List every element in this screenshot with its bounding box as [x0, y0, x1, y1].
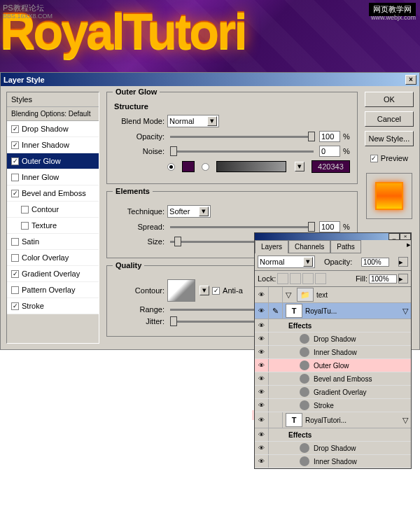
lock-paint-icon[interactable] — [290, 273, 301, 284]
noise-input[interactable] — [319, 146, 340, 157]
fx-icon — [300, 400, 309, 410]
lock-all-icon[interactable] — [315, 273, 326, 284]
visibility-icon[interactable] — [255, 412, 269, 428]
style-item[interactable]: Inner Glow — [7, 169, 99, 186]
color-radio[interactable] — [167, 163, 175, 171]
checkbox[interactable] — [11, 141, 19, 149]
titlebar[interactable]: Layer Style × — [1, 73, 419, 86]
watermark-tl2: BBS.16XX8.COM — [3, 13, 52, 20]
effect-row[interactable]: Inner Shadow — [255, 455, 411, 468]
style-item[interactable]: Inner Shadow — [7, 137, 99, 153]
visibility-icon[interactable] — [255, 319, 269, 332]
layer-opacity-input[interactable] — [361, 258, 389, 267]
chevron-down-icon[interactable]: ▾ — [200, 286, 209, 295]
new-style-button[interactable]: New Style... — [365, 131, 414, 146]
styles-header[interactable]: Styles — [7, 92, 99, 107]
style-item[interactable]: Outer Glow — [7, 153, 99, 169]
visibility-icon[interactable] — [255, 386, 269, 398]
text-layer-icon: T — [286, 413, 302, 427]
color-swatch[interactable] — [182, 161, 195, 172]
spread-slider[interactable] — [170, 226, 314, 228]
effects-header[interactable]: Effects — [255, 428, 411, 442]
blend-mode-dropdown[interactable]: Normal ▾ — [167, 115, 219, 127]
close-icon[interactable]: × — [405, 75, 416, 85]
noise-slider[interactable] — [170, 150, 314, 153]
effect-row[interactable]: Gradient Overlay — [255, 386, 411, 399]
checkbox[interactable] — [11, 254, 19, 262]
tab-paths[interactable]: Paths — [330, 240, 361, 253]
visibility-icon[interactable] — [255, 399, 269, 412]
style-item[interactable]: Bevel and Emboss — [7, 186, 99, 202]
effect-row[interactable]: Drop Shadow — [255, 442, 411, 455]
minimize-icon[interactable]: _ — [388, 233, 400, 240]
effect-row[interactable]: Stroke — [255, 399, 411, 412]
opacity-input[interactable] — [319, 131, 340, 142]
lock-transparent-icon[interactable] — [277, 273, 288, 284]
blending-options[interactable]: Blending Options: Default — [7, 107, 99, 121]
fx-icon — [300, 334, 309, 344]
panel-titlebar[interactable]: _ × — [255, 233, 411, 240]
fill-input[interactable] — [369, 274, 397, 284]
gradient-radio[interactable] — [202, 163, 209, 171]
effect-row[interactable]: Inner Shadow — [255, 346, 411, 359]
effect-row[interactable]: Drop Shadow — [255, 332, 411, 346]
text-layer-icon: T — [286, 304, 302, 318]
cancel-button[interactable]: Cancel — [365, 111, 414, 127]
layer-group-row[interactable]: ▽ 📁 text — [255, 287, 411, 303]
ok-button[interactable]: OK — [365, 92, 414, 107]
layer-row[interactable]: T RoyalTutori... ▽ — [255, 412, 411, 428]
style-item[interactable]: Color Overlay — [7, 250, 99, 266]
tab-layers[interactable]: Layers — [255, 240, 288, 253]
chevron-icon[interactable]: ▸ — [398, 257, 408, 267]
visibility-icon[interactable] — [255, 428, 269, 441]
style-label: Satin — [22, 237, 39, 246]
visibility-icon[interactable] — [255, 332, 269, 345]
antialiased-check[interactable] — [212, 287, 220, 295]
visibility-icon[interactable] — [255, 455, 269, 468]
chevron-down-icon[interactable]: ▾ — [295, 162, 304, 172]
checkbox[interactable] — [11, 190, 19, 197]
link-col[interactable]: ✎ — [269, 303, 283, 318]
checkbox[interactable] — [11, 238, 19, 246]
style-item[interactable]: Stroke — [7, 298, 99, 314]
style-item[interactable]: Pattern Overlay — [7, 282, 99, 298]
technique-dropdown[interactable]: Softer ▾ — [167, 205, 211, 218]
layer-blend-dropdown[interactable]: Normal▾ — [258, 255, 315, 268]
style-item[interactable]: Contour — [7, 202, 99, 218]
gradient-bar[interactable] — [216, 161, 286, 172]
structure-title: Structure — [114, 102, 350, 111]
link-col[interactable] — [269, 287, 283, 302]
effect-row[interactable]: Outer Glow — [255, 359, 411, 372]
checkbox[interactable] — [11, 286, 19, 294]
link-col[interactable] — [269, 412, 283, 428]
spread-input[interactable] — [319, 221, 340, 232]
close-icon[interactable]: × — [400, 233, 411, 240]
effect-row[interactable]: Bevel and Emboss — [255, 372, 411, 386]
checkbox[interactable] — [11, 125, 19, 133]
panel-menu-icon[interactable]: ▸ — [407, 240, 411, 253]
style-item[interactable]: Texture — [7, 218, 99, 234]
visibility-icon[interactable] — [255, 303, 269, 318]
lock-move-icon[interactable] — [302, 273, 314, 284]
checkbox[interactable] — [21, 222, 29, 230]
chevron-icon[interactable]: ▸ — [398, 274, 408, 284]
layer-row[interactable]: ✎ T RoyalTu... ▽ — [255, 303, 411, 319]
checkbox[interactable] — [11, 174, 19, 181]
visibility-icon[interactable] — [255, 359, 269, 372]
visibility-icon[interactable] — [255, 346, 269, 358]
opacity-slider[interactable] — [170, 136, 314, 138]
style-item[interactable]: Drop Shadow — [7, 121, 99, 137]
visibility-icon[interactable] — [255, 372, 269, 385]
style-item[interactable]: Gradient Overlay — [7, 266, 99, 282]
visibility-icon[interactable] — [255, 442, 269, 454]
checkbox[interactable] — [11, 270, 19, 278]
checkbox[interactable] — [11, 302, 19, 310]
style-item[interactable]: Satin — [7, 234, 99, 250]
visibility-icon[interactable] — [255, 287, 269, 302]
effects-header[interactable]: Effects — [255, 319, 411, 332]
checkbox[interactable] — [11, 158, 19, 165]
preview-check[interactable] — [370, 155, 378, 162]
contour-picker[interactable] — [167, 279, 195, 302]
checkbox[interactable] — [21, 206, 29, 214]
tab-channels[interactable]: Channels — [288, 240, 330, 253]
